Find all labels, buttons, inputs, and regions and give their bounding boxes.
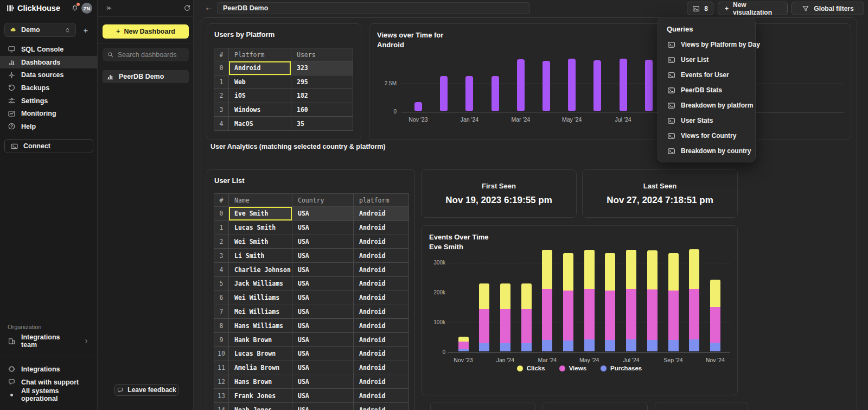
table-cell[interactable]: Wei Williams [228, 291, 292, 305]
table-cell[interactable]: Charlie Johnson [228, 263, 292, 276]
collapse-panel-icon[interactable] [105, 4, 113, 12]
table-cell[interactable]: Android [353, 305, 409, 319]
table-cell[interactable]: Amelia Brown [228, 361, 292, 375]
events-bar[interactable] [668, 253, 679, 351]
views-bar[interactable] [440, 76, 448, 111]
global-filters-button[interactable]: Global filters [792, 2, 864, 15]
table-cell[interactable]: USA [292, 347, 353, 361]
sidebar-item-settings[interactable]: Settings [0, 94, 98, 108]
table-cell[interactable]: Android [353, 249, 409, 262]
dashboard-list-item[interactable]: PeerDB Demo [103, 70, 189, 83]
table-cell[interactable]: USA [292, 305, 353, 319]
sidebar-item-data-sources[interactable]: Data sources [0, 68, 98, 81]
sidebar-item-monitoring[interactable]: Monitoring [0, 107, 98, 120]
query-item-events-for-user[interactable]: Events for User [658, 67, 756, 83]
events-bar[interactable] [626, 250, 636, 351]
table-cell[interactable]: Li Smith [228, 249, 292, 262]
events-bar[interactable] [563, 253, 573, 351]
table-cell[interactable]: MacOS [228, 117, 291, 130]
views-bar[interactable] [414, 102, 422, 111]
sidebar-item-dashboards[interactable]: Dashboards [0, 56, 98, 69]
table-cell[interactable]: Android [353, 221, 409, 235]
table-cell[interactable]: Android [353, 333, 409, 346]
table-cell[interactable]: Hans Brown [228, 375, 292, 389]
sidebar-item-all-systems-operational[interactable]: All systems operational [0, 388, 98, 401]
sidebar-item-integrations-team[interactable]: Integrations team [0, 335, 98, 348]
new-visualization-button[interactable]: + New visualization [718, 2, 788, 15]
events-bar[interactable] [479, 283, 489, 351]
table-cell[interactable]: USA [292, 207, 353, 220]
table-cell[interactable]: Android [353, 291, 409, 305]
views-chart-plot[interactable]: 02.5MNov '23Jan '24Mar '24May '24Jul '24… [369, 24, 851, 140]
sidebar-item-backups[interactable]: Backups [0, 81, 98, 94]
table-cell[interactable]: Eve Smith [228, 207, 292, 220]
table-cell[interactable]: Android [353, 389, 409, 402]
table-cell[interactable]: Web [228, 75, 291, 89]
back-arrow-icon[interactable]: ← [205, 3, 213, 12]
table-cell[interactable]: USA [292, 361, 353, 375]
table-cell[interactable]: Hans Williams [228, 319, 292, 332]
query-item-breakdown-by-country[interactable]: Breakdown by country [658, 143, 756, 159]
table-cell[interactable]: 182 [291, 89, 353, 103]
events-bar[interactable] [584, 250, 595, 351]
table-cell[interactable]: Noah Jones [228, 403, 292, 410]
legend-item-views[interactable]: Views [559, 365, 586, 371]
table-cell[interactable]: Lucas Smith [228, 221, 292, 235]
events-bar[interactable] [710, 280, 720, 351]
table-cell[interactable]: Android [353, 235, 409, 249]
search-input[interactable] [118, 51, 183, 59]
table-cell[interactable]: Android [228, 61, 291, 75]
table-cell[interactable]: Frank Jones [228, 389, 292, 402]
query-item-user-stats[interactable]: User Stats [658, 113, 756, 128]
events-bar[interactable] [458, 337, 469, 352]
table-cell[interactable]: 35 [291, 117, 353, 130]
table-cell[interactable]: Hank Brown [228, 333, 292, 346]
sidebar-item-chat-with-support[interactable]: Chat with support [0, 376, 98, 389]
table-cell[interactable]: 295 [291, 75, 353, 89]
table-cell[interactable]: USA [292, 291, 353, 305]
table-cell[interactable]: 323 [291, 61, 353, 75]
table-cell[interactable]: USA [292, 263, 353, 276]
table-cell[interactable]: USA [292, 221, 353, 235]
legend-item-clicks[interactable]: Clicks [517, 365, 545, 371]
queries-count-button[interactable]: 8 [687, 2, 713, 15]
events-bar[interactable] [500, 283, 510, 351]
table-cell[interactable]: Windows [228, 103, 291, 117]
table-cell[interactable]: Mei Williams [228, 305, 292, 319]
query-item-user-list[interactable]: User List [658, 52, 756, 67]
table-cell[interactable]: USA [292, 389, 353, 402]
add-workspace-button[interactable]: + [79, 24, 92, 36]
views-bar[interactable] [568, 59, 576, 111]
legend-item-purchases[interactable]: Purchases [601, 365, 642, 371]
sidebar-item-integrations[interactable]: Integrations [0, 363, 98, 376]
views-bar[interactable] [542, 61, 550, 111]
events-bar[interactable] [605, 253, 615, 351]
table-cell[interactable]: Android [353, 277, 409, 291]
table-cell[interactable]: Android [353, 319, 409, 332]
table-cell[interactable]: USA [292, 235, 353, 249]
query-item-views-by-platform-by-day[interactable]: Views by Platform by Day [658, 37, 756, 52]
connect-button[interactable]: Connect [4, 139, 93, 153]
table-cell[interactable]: USA [292, 403, 353, 410]
refresh-icon[interactable] [183, 4, 191, 12]
table-cell[interactable]: Android [353, 403, 409, 410]
events-bar[interactable] [521, 283, 532, 351]
leave-feedback-button[interactable]: Leave feedback [114, 384, 178, 396]
table-cell[interactable]: iOS [228, 89, 291, 103]
avatar[interactable]: ZN [81, 3, 92, 14]
views-bar[interactable] [620, 59, 627, 111]
events-bar[interactable] [689, 249, 699, 351]
views-bar[interactable] [645, 60, 653, 111]
events-bar[interactable] [542, 250, 552, 351]
table-cell[interactable]: USA [292, 333, 353, 346]
sidebar-item-help[interactable]: Help [0, 120, 98, 133]
table-cell[interactable]: Lucas Brown [228, 347, 292, 361]
sidebar-item-sql-console[interactable]: SQL Console [0, 43, 98, 56]
query-item-peerdb-stats[interactable]: PeerDB Stats [658, 83, 756, 98]
views-bar[interactable] [492, 76, 499, 111]
query-item-views-for-country[interactable]: Views for Country [658, 128, 756, 143]
views-bar[interactable] [465, 76, 473, 111]
dashboard-search[interactable] [103, 48, 189, 61]
query-item-breakdown-by-platform[interactable]: Breakdown by platform [658, 98, 756, 113]
table-cell[interactable]: Android [353, 347, 409, 361]
